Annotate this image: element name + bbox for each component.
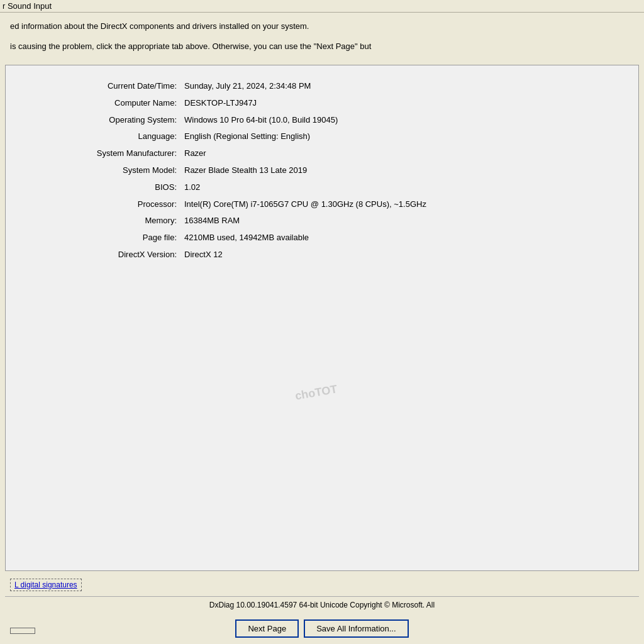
system-info-table: Current Date/Time: Sunday, July 21, 2024… [31,78,613,264]
table-row: System Model: Razer Blade Stealth 13 Lat… [31,162,613,179]
pagefile-label: Page file: [31,230,182,247]
computer-name-label: Computer Name: [31,95,182,112]
digital-sig-section: L digital signatures [5,576,639,594]
help-button[interactable] [10,628,35,634]
directx-ver-label: DirectX Version: [31,247,182,264]
directx-ver-value: DirectX 12 [182,247,613,264]
table-row: Language: English (Regional Setting: Eng… [31,128,613,145]
intro-line1: ed information about the DirectX compone… [0,13,644,38]
os-value: Windows 10 Pro 64-bit (10.0, Build 19045… [182,112,613,129]
bios-value: 1.02 [182,179,613,196]
dxdiag-footer: DxDiag 10.00.19041.4597 64-bit Unicode C… [5,596,639,613]
sys-mfr-label: System Manufacturer: [31,145,182,162]
digital-sig-link[interactable]: L digital signatures [10,579,82,591]
memory-value: 16384MB RAM [182,213,613,230]
table-row: Current Date/Time: Sunday, July 21, 2024… [31,78,613,95]
processor-value: Intel(R) Core(TM) i7-1065G7 CPU @ 1.30GH… [182,196,613,213]
processor-label: Processor: [31,196,182,213]
language-label: Language: [31,128,182,145]
menu-items: r Sound Input [3,1,52,11]
pagefile-value: 4210MB used, 14942MB available [182,230,613,247]
center-buttons: Next Page Save All Information... [60,619,584,638]
language-value: English (Regional Setting: English) [182,128,613,145]
table-row: Computer Name: DESKTOP-LTJ947J [31,95,613,112]
sys-model-label: System Model: [31,162,182,179]
watermark: choTOT [294,382,338,402]
bottom-bar: Next Page Save All Information... [0,613,644,644]
table-row: DirectX Version: DirectX 12 [31,247,613,264]
table-row: Page file: 4210MB used, 14942MB availabl… [31,230,613,247]
save-all-button[interactable]: Save All Information... [304,619,408,638]
left-placeholder [10,623,60,634]
current-date-value: Sunday, July 21, 2024, 2:34:48 PM [182,78,613,95]
table-row: Operating System: Windows 10 Pro 64-bit … [31,112,613,129]
table-row: BIOS: 1.02 [31,179,613,196]
next-page-button[interactable]: Next Page [235,619,299,638]
computer-name-value: DESKTOP-LTJ947J [182,95,613,112]
bios-label: BIOS: [31,179,182,196]
os-label: Operating System: [31,112,182,129]
sys-model-value: Razer Blade Stealth 13 Late 2019 [182,162,613,179]
directx-diagnostic-window: r Sound Input ed information about the D… [0,0,644,644]
menu-bar: r Sound Input [0,0,644,13]
current-date-label: Current Date/Time: [31,78,182,95]
memory-label: Memory: [31,213,182,230]
system-info-panel: choTOT Current Date/Time: Sunday, July 2… [5,65,639,571]
problem-line: is causing the problem, click the approp… [0,38,644,60]
table-row: System Manufacturer: Razer [31,145,613,162]
sys-mfr-value: Razer [182,145,613,162]
table-row: Memory: 16384MB RAM [31,213,613,230]
table-row: Processor: Intel(R) Core(TM) i7-1065G7 C… [31,196,613,213]
